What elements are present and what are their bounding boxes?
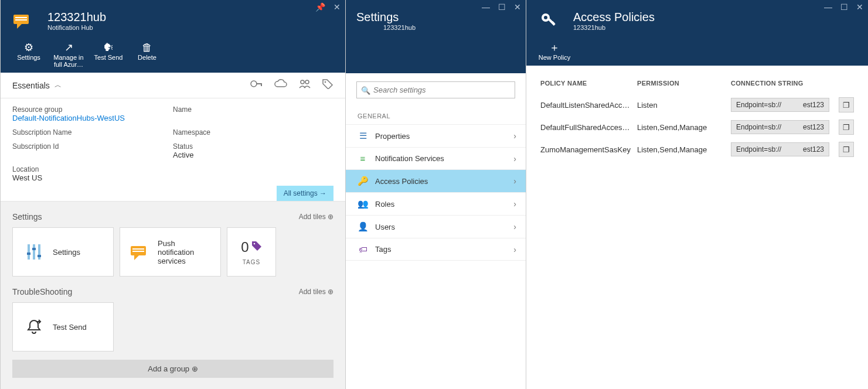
svg-point-4 bbox=[251, 81, 257, 87]
copy-button[interactable]: ❐ bbox=[839, 142, 854, 157]
search-input[interactable] bbox=[356, 81, 515, 98]
minimize-icon[interactable]: — bbox=[824, 2, 832, 12]
cmd-test-send[interactable]: 🗣 Test Send bbox=[92, 41, 125, 68]
settings-item-properties[interactable]: ☰ Properties › bbox=[346, 124, 526, 148]
settings-item-label: Properties bbox=[375, 132, 506, 141]
policy-row[interactable]: DefaultListenSharedAcces… Listen Endpoin… bbox=[540, 94, 854, 116]
settings-item-tags[interactable]: 🏷 Tags › bbox=[346, 238, 526, 261]
location-label: Location bbox=[12, 165, 173, 173]
copy-button[interactable]: ❐ bbox=[839, 97, 854, 112]
policy-connection: Endpoint=sb:// est123 bbox=[731, 142, 834, 156]
blade3-header: — ☐ ✕ Access Policies 123321hub ＋ New Po… bbox=[526, 0, 868, 66]
tags-label: TAGS bbox=[243, 259, 260, 265]
cmd-new-policy-label: New Policy bbox=[539, 54, 570, 61]
plus-icon: ＋ bbox=[549, 41, 560, 54]
maximize-icon[interactable]: ☐ bbox=[840, 2, 848, 12]
settings-item-label: Users bbox=[375, 223, 506, 231]
policy-name: DefaultFullSharedAccessSi… bbox=[540, 123, 637, 132]
blade1-title: 123321hub bbox=[47, 10, 106, 24]
svg-rect-11 bbox=[33, 244, 35, 260]
tile-settings[interactable]: Settings bbox=[12, 227, 114, 277]
roles-icon: 👥 bbox=[358, 199, 368, 209]
minimize-icon[interactable]: — bbox=[482, 2, 490, 12]
copy-button[interactable]: ❐ bbox=[839, 120, 854, 135]
svg-rect-6 bbox=[261, 83, 262, 86]
connection-string-field[interactable]: Endpoint=sb:// est123 bbox=[731, 98, 829, 112]
resource-group-label: Resource group bbox=[12, 105, 173, 114]
add-tiles-settings[interactable]: Add tiles ⊕ bbox=[299, 213, 333, 221]
settings-item-users[interactable]: 👤 Users › bbox=[346, 216, 526, 238]
add-group-button[interactable]: Add a group ⊕ bbox=[12, 360, 333, 378]
svg-rect-13 bbox=[27, 252, 30, 255]
settings-item-access-policies[interactable]: 🔑 Access Policies › bbox=[346, 170, 526, 193]
copy-icon: ❐ bbox=[843, 101, 850, 110]
chevron-right-icon: › bbox=[513, 154, 516, 163]
settings-item-roles[interactable]: 👥 Roles › bbox=[346, 193, 526, 216]
tile-push-services[interactable]: Push notification services bbox=[120, 227, 221, 277]
key-icon bbox=[538, 10, 559, 31]
gear-icon: ⚙ bbox=[24, 41, 33, 54]
policy-row[interactable]: ZumoManagementSasKey Listen,Send,Manage … bbox=[540, 138, 854, 161]
blade2-body: 🔍 GENERAL ☰ Properties › ≡ Notification … bbox=[346, 73, 526, 389]
maximize-icon[interactable]: ☐ bbox=[498, 2, 506, 12]
connection-string-field[interactable]: Endpoint=sb:// est123 bbox=[731, 120, 829, 134]
svg-rect-14 bbox=[32, 248, 36, 250]
close-icon[interactable]: ✕ bbox=[333, 2, 341, 12]
cmd-delete[interactable]: 🗑 Delete bbox=[131, 41, 164, 68]
chevron-right-icon: › bbox=[513, 176, 516, 186]
tile-tags[interactable]: 0 TAGS bbox=[227, 227, 276, 277]
blade1-body: Essentials ︿ Resource group De bbox=[1, 73, 345, 389]
tags-count: 0 bbox=[241, 239, 249, 255]
section-troubleshooting-title: TroubleShooting bbox=[12, 287, 72, 296]
blade-settings: — ☐ ✕ Settings 123321hub 🔍 GENERAL ☰ Pro… bbox=[345, 0, 526, 389]
blade-notification-hub: 📌 ✕ 123321hub Notification Hub ⚙ Setting… bbox=[0, 0, 345, 389]
svg-rect-19 bbox=[132, 251, 144, 252]
blade1-command-bar: ⚙ Settings ↗ Manage in full Azur… 🗣 Test… bbox=[1, 41, 345, 73]
cmd-new-policy[interactable]: ＋ New Policy bbox=[538, 41, 571, 61]
namespace-label: Namespace bbox=[173, 128, 333, 137]
add-tiles-troubleshooting[interactable]: Add tiles ⊕ bbox=[299, 288, 333, 296]
key-icon[interactable] bbox=[250, 79, 263, 92]
settings-item-label: Tags bbox=[375, 245, 506, 254]
users-icon[interactable] bbox=[298, 79, 311, 92]
svg-point-8 bbox=[305, 80, 309, 84]
policy-permission: Listen,Send,Manage bbox=[637, 145, 731, 154]
svg-rect-10 bbox=[28, 244, 30, 260]
essentials-title: Essentials bbox=[12, 81, 50, 90]
search-icon: 🔍 bbox=[361, 86, 370, 94]
chevron-right-icon: › bbox=[513, 222, 516, 231]
policy-permission: Listen,Send,Manage bbox=[637, 123, 731, 132]
tile-settings-label: Settings bbox=[53, 248, 80, 257]
status-value: Active bbox=[173, 151, 333, 159]
chevron-right-icon: › bbox=[513, 199, 516, 209]
cmd-settings-label: Settings bbox=[17, 54, 40, 61]
connection-string-field[interactable]: Endpoint=sb:// est123 bbox=[731, 142, 829, 156]
blade3-title: Access Policies bbox=[573, 10, 655, 24]
cloud-icon[interactable] bbox=[274, 79, 288, 92]
blade3-subtitle: 123321hub bbox=[573, 24, 655, 31]
key-icon: 🔑 bbox=[358, 176, 368, 186]
cmd-settings[interactable]: ⚙ Settings bbox=[12, 41, 45, 68]
cmd-manage-full-azure[interactable]: ↗ Manage in full Azur… bbox=[51, 41, 86, 68]
policy-row[interactable]: DefaultFullSharedAccessSi… Listen,Send,M… bbox=[540, 116, 854, 138]
settings-item-label: Access Policies bbox=[375, 177, 506, 186]
blade-access-policies: — ☐ ✕ Access Policies 123321hub ＋ New Po… bbox=[526, 0, 868, 389]
notification-services-icon: ≡ bbox=[358, 153, 368, 163]
blade2-subtitle: 123321hub bbox=[356, 24, 416, 31]
cmd-delete-label: Delete bbox=[138, 54, 156, 61]
svg-rect-15 bbox=[38, 255, 41, 257]
pin-icon[interactable]: 📌 bbox=[315, 2, 325, 12]
close-icon[interactable]: ✕ bbox=[514, 2, 521, 12]
svg-marker-1 bbox=[17, 24, 22, 29]
svg-point-22 bbox=[544, 16, 547, 19]
svg-rect-12 bbox=[38, 244, 40, 260]
all-settings-link[interactable]: All settings → bbox=[277, 186, 333, 201]
settings-item-notification-services[interactable]: ≡ Notification Services › bbox=[346, 148, 526, 170]
tag-icon[interactable] bbox=[322, 79, 333, 92]
close-icon[interactable]: ✕ bbox=[856, 2, 863, 12]
tile-test-send[interactable]: Test Send bbox=[12, 302, 114, 352]
essentials-header[interactable]: Essentials ︿ bbox=[1, 73, 345, 98]
external-link-icon: ↗ bbox=[64, 41, 73, 54]
svg-point-20 bbox=[253, 243, 255, 245]
resource-group-value[interactable]: Default-NotificationHubs-WestUS bbox=[12, 114, 173, 122]
